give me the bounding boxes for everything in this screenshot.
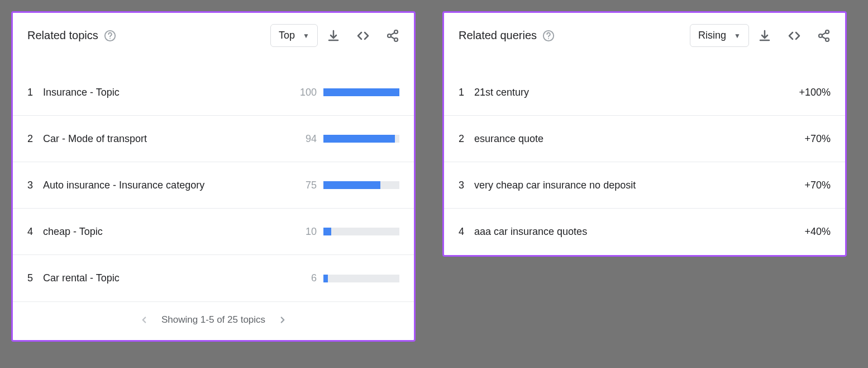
svg-point-4 (394, 38, 398, 41)
list-item[interactable]: 2 Car - Mode of transport 94 (13, 116, 414, 162)
related-topics-card: Related topics Top ▼ (11, 11, 416, 342)
card-title: Related queries (459, 29, 537, 42)
dropdown-label: Top (279, 30, 295, 41)
share-icon[interactable] (817, 29, 831, 43)
help-icon[interactable] (104, 30, 116, 42)
score: 6 (297, 272, 317, 284)
bar-track (323, 228, 399, 235)
rank: 2 (459, 133, 474, 145)
rank: 1 (27, 87, 43, 98)
queries-list: 1 21st century +100% 2 esurance quote +7… (444, 69, 845, 255)
delta: +100% (797, 87, 831, 98)
bar-fill (323, 228, 331, 235)
rank: 5 (27, 272, 43, 284)
pager-text: Showing 1-5 of 25 topics (161, 314, 265, 325)
card-header: Related queries Rising ▼ (444, 13, 845, 56)
svg-point-3 (388, 34, 391, 37)
score: 10 (297, 226, 317, 238)
item-label: cheap - Topic (43, 226, 297, 238)
chevron-down-icon: ▼ (303, 32, 309, 40)
topics-list: 1 Insurance - Topic 100 2 Car - Mode of … (13, 69, 414, 301)
item-label: Auto insurance - Insurance category (43, 180, 297, 191)
list-item[interactable]: 5 Car rental - Topic 6 (13, 255, 414, 301)
bar-track (323, 88, 399, 96)
share-icon[interactable] (386, 29, 399, 43)
bar-fill (323, 88, 399, 96)
list-item[interactable]: 2 esurance quote +70% (444, 116, 845, 162)
item-label: 21st century (474, 87, 797, 98)
score: 94 (297, 133, 317, 145)
card-header: Related topics Top ▼ (13, 13, 414, 56)
bar-fill (323, 135, 395, 143)
svg-point-6 (548, 38, 549, 39)
chevron-left-icon[interactable] (139, 315, 149, 325)
item-label: aaa car insurance quotes (474, 226, 797, 238)
svg-point-2 (394, 30, 398, 34)
rank: 2 (27, 133, 43, 145)
score: 75 (297, 180, 317, 191)
embed-icon[interactable] (787, 29, 802, 43)
item-label: Insurance - Topic (43, 87, 297, 98)
card-title: Related topics (27, 29, 98, 42)
sort-dropdown[interactable]: Top ▼ (270, 24, 318, 47)
chevron-right-icon[interactable] (278, 315, 288, 325)
rank: 4 (459, 226, 474, 238)
list-item[interactable]: 4 cheap - Topic 10 (13, 209, 414, 255)
rank: 3 (459, 180, 474, 191)
delta: +70% (797, 133, 831, 145)
bar-fill (323, 275, 328, 282)
list-item[interactable]: 1 Insurance - Topic 100 (13, 69, 414, 116)
svg-point-8 (819, 34, 822, 37)
list-item[interactable]: 4 aaa car insurance quotes +40% (444, 209, 845, 255)
item-label: esurance quote (474, 133, 797, 145)
bar-fill (323, 181, 380, 189)
score: 100 (297, 87, 317, 98)
dropdown-label: Rising (698, 30, 726, 41)
rank: 4 (27, 226, 43, 238)
rank: 3 (27, 180, 43, 191)
list-item[interactable]: 3 Auto insurance - Insurance category 75 (13, 162, 414, 209)
list-item[interactable]: 3 very cheap car insurance no deposit +7… (444, 162, 845, 209)
item-label: Car rental - Topic (43, 272, 297, 284)
action-icons (327, 29, 399, 43)
rank: 1 (459, 87, 474, 98)
bar-track (323, 275, 399, 282)
download-icon[interactable] (758, 29, 771, 43)
pager: Showing 1-5 of 25 topics (13, 301, 414, 340)
item-label: very cheap car insurance no deposit (474, 180, 797, 191)
action-icons (758, 29, 831, 43)
embed-icon[interactable] (356, 29, 370, 43)
help-icon[interactable] (542, 30, 555, 42)
svg-point-7 (826, 30, 829, 34)
delta: +70% (797, 180, 831, 191)
bar-track (323, 135, 399, 143)
delta: +40% (797, 226, 831, 238)
sort-dropdown[interactable]: Rising ▼ (690, 24, 749, 47)
bar-track (323, 181, 399, 189)
svg-point-1 (109, 38, 111, 39)
svg-point-9 (826, 38, 829, 41)
related-queries-card: Related queries Rising ▼ (442, 11, 847, 257)
list-item[interactable]: 1 21st century +100% (444, 69, 845, 116)
chevron-down-icon: ▼ (734, 32, 741, 40)
download-icon[interactable] (327, 29, 340, 43)
item-label: Car - Mode of transport (43, 133, 297, 145)
